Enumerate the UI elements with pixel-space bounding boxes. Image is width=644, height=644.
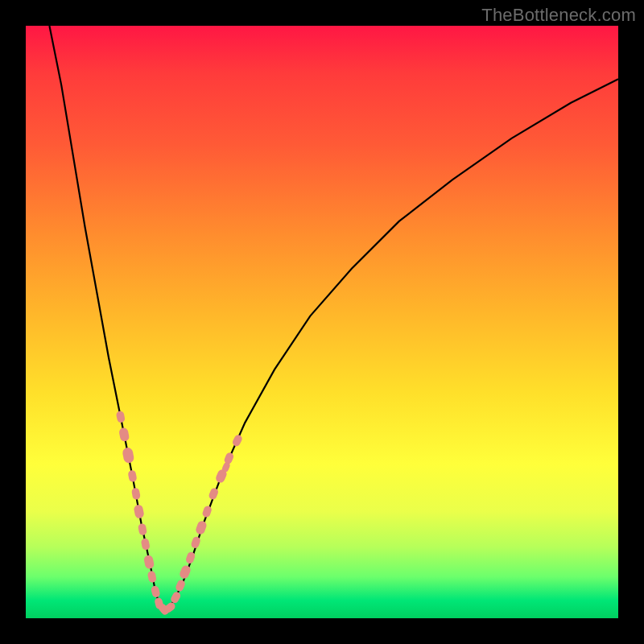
curve-svg [26,26,618,618]
data-bead [147,570,157,583]
data-bead [179,564,192,580]
data-bead [201,505,213,518]
data-bead [175,579,186,592]
plot-area [26,26,618,618]
data-bead [170,591,182,605]
data-bead [151,585,161,598]
data-bead [195,520,208,536]
data-bead [133,504,144,519]
data-bead [143,555,155,570]
data-bead [141,538,151,551]
data-bead [122,447,134,464]
data-bead [138,523,147,536]
data-bead [127,469,137,482]
data-bead [116,411,126,423]
data-bead [131,487,141,500]
watermark-text: TheBottleneck.com [481,5,636,26]
bottleneck-curve [49,26,618,609]
outer-frame: TheBottleneck.com [0,0,644,644]
bead-group [116,411,244,617]
data-bead [231,434,243,448]
data-bead [118,427,130,442]
data-bead [208,487,219,501]
